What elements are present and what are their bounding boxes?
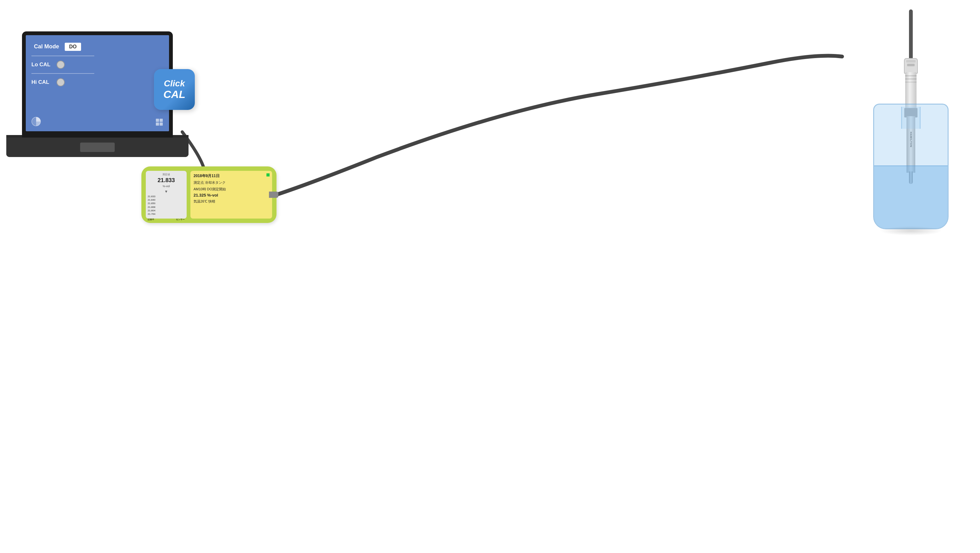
divider (32, 56, 94, 56)
cal-mode-row: Cal Mode DO (32, 42, 81, 51)
screen-bottom-icons (26, 116, 169, 127)
svg-rect-4 (156, 122, 159, 126)
svg-rect-3 (160, 119, 163, 122)
sensor-ring2 (905, 78, 916, 79)
dl-trend-label: ▼ (148, 189, 185, 194)
bottle-body (873, 103, 948, 229)
click-cal-cal-text: CAL (163, 89, 185, 100)
grid-icon (155, 118, 164, 127)
dl-location: 測定点 冷却水タンク (194, 180, 269, 185)
sensor-ring3 (905, 82, 916, 83)
dl-indicator-light (266, 173, 270, 176)
dl-label-top: 測定値 (148, 173, 185, 176)
cal-mode-value[interactable]: DO (65, 43, 81, 51)
sensor-ring1 (905, 75, 916, 76)
click-cal-click-text: Click (164, 79, 185, 89)
dl-main-value: 21.833 (148, 177, 185, 184)
laptop-screen: Cal Mode DO Lo CAL Hi CAL (26, 35, 169, 131)
hi-cal-label: Hi CAL (32, 79, 53, 86)
calibration-ui: Cal Mode DO Lo CAL Hi CAL (26, 35, 169, 131)
cal-mode-label: Cal Mode (32, 42, 62, 51)
datalogger-left-panel: 測定値 21.833 %-vol ▼ 21.83321.84021.85021.… (146, 171, 187, 219)
lo-cal-label: Lo CAL (32, 62, 53, 68)
dl-time-note: AM10時 DO測定開始 (194, 186, 269, 192)
laptop-hinge (22, 135, 173, 138)
bottle-water (874, 165, 948, 228)
cap-band (906, 60, 916, 62)
bottle-shadow (880, 226, 942, 235)
hi-cal-row: Hi CAL (32, 78, 65, 86)
divider2 (32, 73, 94, 74)
dl-label-left: 記録中 (148, 218, 154, 221)
dl-date: 2018年9月11日 (194, 173, 269, 179)
laptop-screen-bezel: Cal Mode DO Lo CAL Hi CAL (22, 32, 173, 135)
svg-rect-5 (160, 122, 163, 126)
datalogger-right-panel: 2018年9月11日 測定点 冷却水タンク AM10時 DO測定開始 21.32… (190, 171, 272, 219)
sensor-cable (909, 10, 913, 60)
dl-bottom-labels: 記録中 センサー (148, 218, 185, 221)
hi-cal-button[interactable] (57, 78, 65, 86)
laptop-base (6, 135, 189, 157)
lo-cal-row: Lo CAL (32, 60, 65, 69)
dl-measurement: 21.325 %-vol (194, 193, 269, 197)
sensor-cap (904, 58, 918, 74)
cap-band2 (907, 64, 915, 66)
click-cal-badge[interactable]: Click CAL (154, 69, 195, 110)
datalogger-device: 測定値 21.833 %-vol ▼ 21.83321.84021.85021.… (142, 167, 277, 223)
dl-weather: 気温26℃ 快晴 (194, 199, 269, 204)
bottle-container: HAMILTON (861, 10, 961, 229)
svg-rect-2 (156, 119, 159, 122)
dl-history-values: 21.83321.84021.85021.86821.80421.764 (148, 195, 185, 216)
laptop-trackpad (80, 143, 115, 152)
dl-label-right: センサー (176, 218, 185, 221)
lo-cal-button[interactable] (57, 60, 65, 69)
dl-unit: %-vol (148, 184, 185, 188)
dl-connector (269, 192, 278, 198)
sensor-bottle-assembly: HAMILTON (861, 10, 961, 229)
pie-chart-icon (31, 116, 41, 127)
laptop-keyboard (6, 138, 189, 157)
